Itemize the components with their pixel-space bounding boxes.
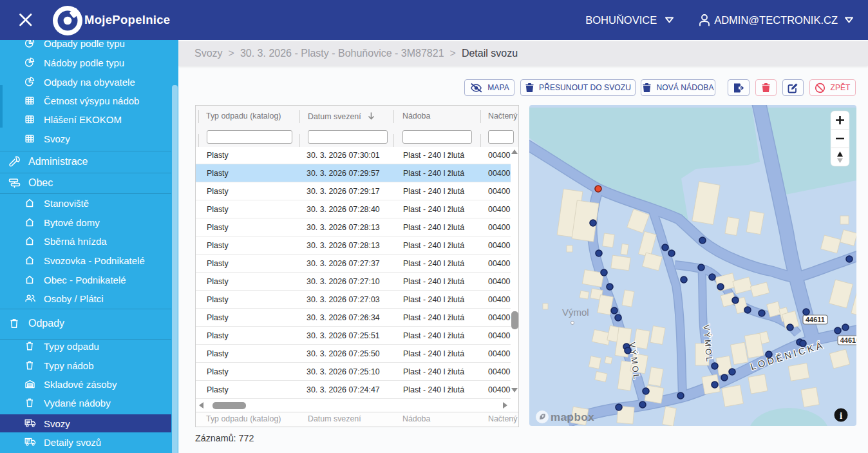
svg-text:mapbox: mapbox <box>551 411 594 423</box>
svg-text:i: i <box>840 410 842 421</box>
svg-text:44611: 44611 <box>806 316 825 323</box>
svg-text:Výmol: Výmol <box>562 307 589 318</box>
svg-text:44610: 44610 <box>840 336 856 344</box>
